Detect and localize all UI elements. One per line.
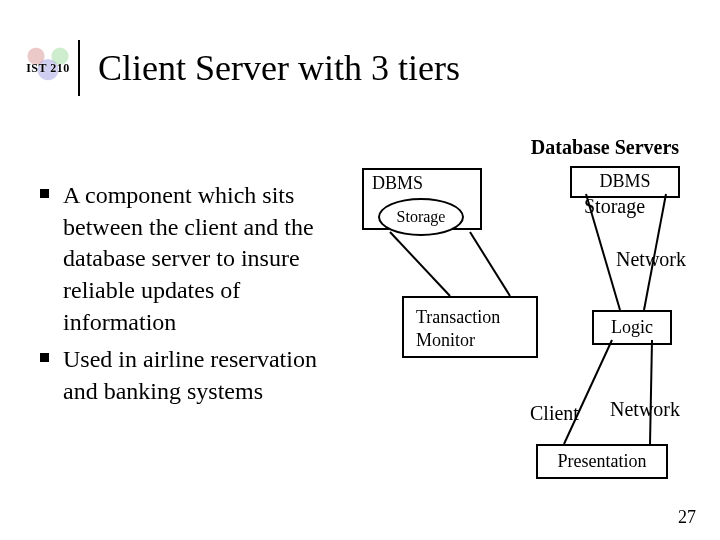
bullet-icon: [40, 189, 49, 198]
architecture-diagram: Database Servers DBMS DBMS Storage Stora…: [350, 140, 700, 520]
course-logo: IST 210: [18, 40, 78, 96]
storage-label: Storage: [397, 208, 446, 226]
list-item: Used in airline reservation and banking …: [40, 344, 345, 407]
bullet-text: A component which sits between the clien…: [63, 180, 345, 338]
svg-line-5: [650, 340, 652, 444]
course-code: IST 210: [26, 61, 70, 76]
svg-line-1: [470, 232, 510, 296]
storage-label-right: Storage: [584, 195, 666, 225]
transaction-monitor-label: Transaction Monitor: [416, 307, 500, 350]
dbms-box-right: DBMS: [570, 166, 680, 198]
database-servers-heading: Database Servers: [505, 136, 705, 159]
svg-line-0: [390, 232, 450, 296]
storage-oval-left: Storage: [378, 198, 464, 236]
presentation-box: Presentation: [536, 444, 668, 479]
client-label: Client: [530, 402, 579, 425]
svg-line-4: [564, 340, 612, 444]
slide-title: Client Server with 3 tiers: [98, 47, 460, 89]
slide-number: 27: [678, 507, 696, 528]
network-label-bottom: Network: [610, 398, 680, 421]
network-label-top: Network: [616, 248, 686, 271]
bullet-text: Used in airline reservation and banking …: [63, 344, 345, 407]
bullet-icon: [40, 353, 49, 362]
list-item: A component which sits between the clien…: [40, 180, 345, 338]
transaction-monitor-box: Transaction Monitor: [402, 296, 538, 358]
bullet-list: A component which sits between the clien…: [40, 180, 345, 414]
slide-header: IST 210 Client Server with 3 tiers: [18, 40, 460, 96]
title-wrap: Client Server with 3 tiers: [78, 40, 460, 96]
slide: IST 210 Client Server with 3 tiers A com…: [0, 0, 720, 540]
logic-box: Logic: [592, 310, 672, 345]
